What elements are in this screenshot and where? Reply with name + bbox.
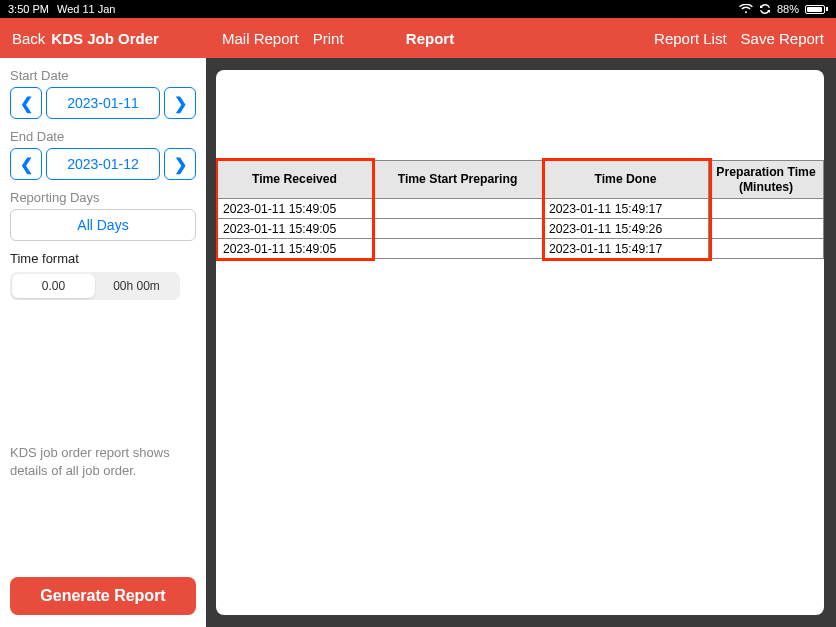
col-preparation-time: Preparation Time (Minutes) — [709, 161, 824, 199]
cell-received: 2023-01-11 15:49:05 — [217, 219, 373, 239]
report-preview: Time Received Time Start Preparing Time … — [216, 70, 824, 615]
table-row: 2023-01-11 15:49:052023-01-11 15:49:17 — [217, 239, 824, 259]
cell-received: 2023-01-11 15:49:05 — [217, 239, 373, 259]
statusbar-time: 3:50 PM — [8, 3, 49, 15]
cell-done: 2023-01-11 15:49:26 — [543, 219, 709, 239]
chevron-right-icon: ❯ — [174, 94, 187, 113]
back-button[interactable]: Back — [12, 30, 45, 47]
battery-icon — [805, 5, 828, 14]
cell-prep — [709, 199, 824, 219]
end-date-button[interactable]: 2023-01-12 — [46, 148, 160, 180]
col-time-done: Time Done — [543, 161, 709, 199]
sync-icon — [759, 3, 771, 15]
col-time-start-preparing: Time Start Preparing — [373, 161, 543, 199]
cell-start — [373, 239, 543, 259]
sidebar: Start Date ❮ 2023-01-11 ❯ End Date ❮ 202… — [0, 58, 206, 627]
statusbar-date: Wed 11 Jan — [57, 3, 116, 15]
chevron-left-icon: ❮ — [20, 94, 33, 113]
cell-start — [373, 199, 543, 219]
time-format-hm-option[interactable]: 00h 00m — [95, 274, 178, 298]
report-list-button[interactable]: Report List — [654, 30, 727, 47]
start-date-button[interactable]: 2023-01-11 — [46, 87, 160, 119]
time-format-segmented[interactable]: 0.00 00h 00m — [10, 272, 180, 300]
page-title: Report — [406, 30, 454, 47]
sidebar-description: KDS job order report shows details of al… — [10, 444, 196, 480]
print-button[interactable]: Print — [313, 30, 344, 47]
generate-report-button[interactable]: Generate Report — [10, 577, 196, 615]
start-date-next-button[interactable]: ❯ — [164, 87, 196, 119]
save-report-button[interactable]: Save Report — [741, 30, 824, 47]
start-date-prev-button[interactable]: ❮ — [10, 87, 42, 119]
table-row: 2023-01-11 15:49:052023-01-11 15:49:17 — [217, 199, 824, 219]
table-header-row: Time Received Time Start Preparing Time … — [217, 161, 824, 199]
status-bar: 3:50 PM Wed 11 Jan 88% — [0, 0, 836, 18]
chevron-left-icon: ❮ — [20, 155, 33, 174]
statusbar-battery-pct: 88% — [777, 3, 799, 15]
col-time-received: Time Received — [217, 161, 373, 199]
start-date-label: Start Date — [10, 68, 196, 83]
end-date-prev-button[interactable]: ❮ — [10, 148, 42, 180]
cell-prep — [709, 239, 824, 259]
wifi-icon — [739, 4, 753, 14]
screen-title: KDS Job Order — [51, 30, 159, 47]
cell-done: 2023-01-11 15:49:17 — [543, 199, 709, 219]
mail-report-button[interactable]: Mail Report — [222, 30, 299, 47]
cell-done: 2023-01-11 15:49:17 — [543, 239, 709, 259]
report-table: Time Received Time Start Preparing Time … — [216, 160, 824, 259]
reporting-days-label: Reporting Days — [10, 190, 196, 205]
end-date-label: End Date — [10, 129, 196, 144]
cell-received: 2023-01-11 15:49:05 — [217, 199, 373, 219]
reporting-days-button[interactable]: All Days — [10, 209, 196, 241]
cell-start — [373, 219, 543, 239]
table-row: 2023-01-11 15:49:052023-01-11 15:49:26 — [217, 219, 824, 239]
end-date-next-button[interactable]: ❯ — [164, 148, 196, 180]
toolbar: Back KDS Job Order Mail Report Print Rep… — [0, 18, 836, 58]
chevron-right-icon: ❯ — [174, 155, 187, 174]
time-format-label: Time format — [10, 251, 196, 266]
cell-prep — [709, 219, 824, 239]
time-format-decimal-option[interactable]: 0.00 — [12, 274, 95, 298]
